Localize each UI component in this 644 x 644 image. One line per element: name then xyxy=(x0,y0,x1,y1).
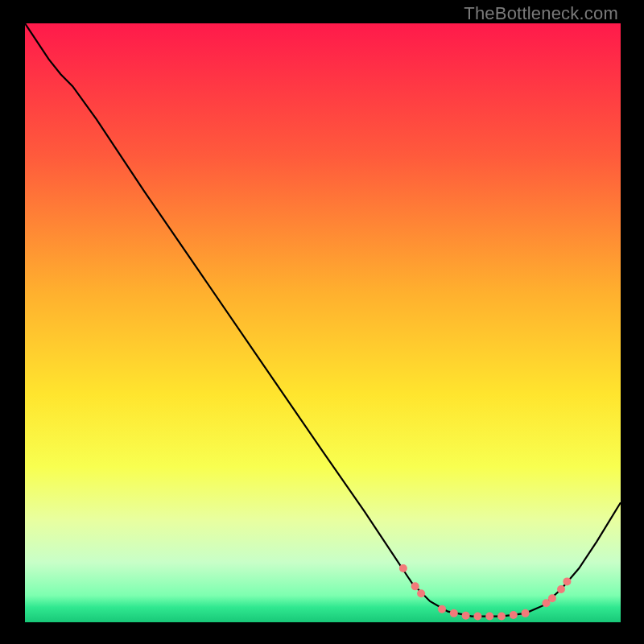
chart-svg xyxy=(25,23,621,622)
curve-marker xyxy=(485,613,493,621)
curve-marker xyxy=(548,594,556,602)
curve-marker xyxy=(510,611,518,619)
curve-marker xyxy=(411,582,419,590)
chart-frame: TheBottleneck.com xyxy=(0,0,644,644)
curve-marker xyxy=(438,605,446,613)
plot-area xyxy=(25,23,621,622)
curve-marker xyxy=(462,612,470,620)
curve-marker xyxy=(399,564,407,572)
watermark-text: TheBottleneck.com xyxy=(464,3,618,24)
curve-marker xyxy=(522,609,530,617)
curve-marker xyxy=(473,613,481,621)
curve-marker xyxy=(557,585,565,593)
gradient-background xyxy=(25,23,621,622)
curve-marker xyxy=(450,609,458,617)
curve-marker xyxy=(417,589,425,597)
curve-marker xyxy=(563,577,571,585)
curve-marker xyxy=(497,613,506,621)
